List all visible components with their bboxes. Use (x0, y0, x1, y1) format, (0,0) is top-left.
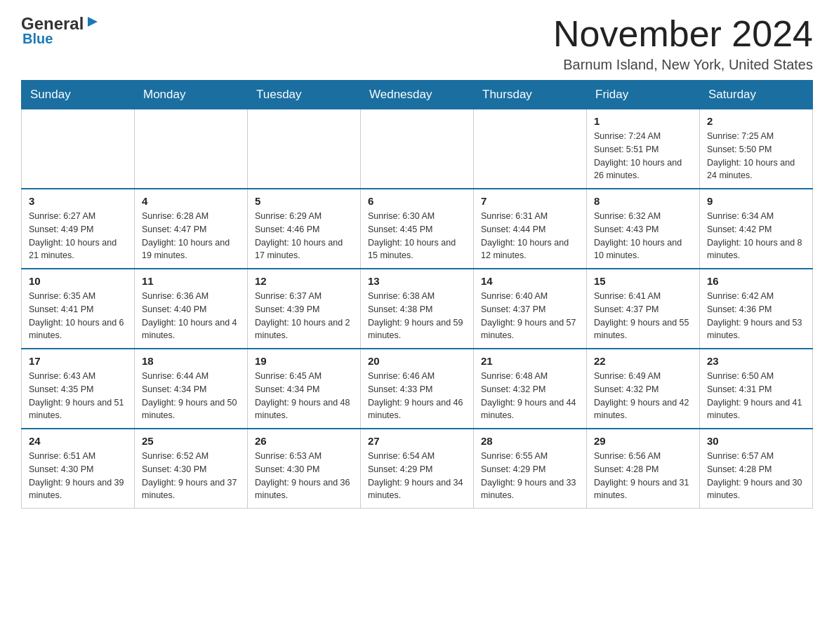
calendar-cell: 4Sunrise: 6:28 AMSunset: 4:47 PMDaylight… (135, 189, 248, 269)
day-info: Sunrise: 6:48 AMSunset: 4:32 PMDaylight:… (481, 370, 579, 422)
calendar-cell: 22Sunrise: 6:49 AMSunset: 4:32 PMDayligh… (587, 349, 700, 429)
day-number: 1 (594, 115, 692, 127)
day-info: Sunrise: 6:27 AMSunset: 4:49 PMDaylight:… (29, 210, 127, 262)
calendar-cell (474, 109, 587, 189)
day-info: Sunrise: 6:28 AMSunset: 4:47 PMDaylight:… (142, 210, 240, 262)
day-info: Sunrise: 6:56 AMSunset: 4:28 PMDaylight:… (594, 450, 692, 502)
calendar-week-row: 10Sunrise: 6:35 AMSunset: 4:41 PMDayligh… (22, 269, 813, 349)
day-number: 27 (368, 435, 466, 447)
day-info: Sunrise: 6:38 AMSunset: 4:38 PMDaylight:… (368, 290, 466, 342)
calendar-day-header: Monday (135, 81, 248, 109)
logo-blue: Blue (21, 31, 53, 47)
day-number: 4 (142, 195, 240, 207)
day-number: 28 (481, 435, 579, 447)
calendar-cell: 29Sunrise: 6:56 AMSunset: 4:28 PMDayligh… (587, 429, 700, 509)
calendar-cell: 14Sunrise: 6:40 AMSunset: 4:37 PMDayligh… (474, 269, 587, 349)
calendar-cell: 24Sunrise: 6:51 AMSunset: 4:30 PMDayligh… (22, 429, 135, 509)
calendar-cell: 6Sunrise: 6:30 AMSunset: 4:45 PMDaylight… (361, 189, 474, 269)
calendar-cell: 7Sunrise: 6:31 AMSunset: 4:44 PMDaylight… (474, 189, 587, 269)
location: Barnum Island, New York, United States (553, 57, 813, 73)
day-info: Sunrise: 6:32 AMSunset: 4:43 PMDaylight:… (594, 210, 692, 262)
day-number: 20 (368, 355, 466, 367)
calendar-cell: 21Sunrise: 6:48 AMSunset: 4:32 PMDayligh… (474, 349, 587, 429)
day-info: Sunrise: 6:50 AMSunset: 4:31 PMDaylight:… (707, 370, 805, 422)
calendar-cell: 25Sunrise: 6:52 AMSunset: 4:30 PMDayligh… (135, 429, 248, 509)
day-info: Sunrise: 6:35 AMSunset: 4:41 PMDaylight:… (29, 290, 127, 342)
calendar-cell: 12Sunrise: 6:37 AMSunset: 4:39 PMDayligh… (248, 269, 361, 349)
day-info: Sunrise: 6:43 AMSunset: 4:35 PMDaylight:… (29, 370, 127, 422)
logo: General Blue (21, 14, 100, 47)
calendar-cell: 10Sunrise: 6:35 AMSunset: 4:41 PMDayligh… (22, 269, 135, 349)
calendar-cell (248, 109, 361, 189)
calendar-cell (135, 109, 248, 189)
day-number: 5 (255, 195, 353, 207)
logo-triangle-icon (85, 14, 100, 29)
day-info: Sunrise: 7:25 AMSunset: 5:50 PMDaylight:… (707, 130, 805, 182)
calendar-day-header: Wednesday (361, 81, 474, 109)
calendar-day-header: Thursday (474, 81, 587, 109)
calendar-cell: 8Sunrise: 6:32 AMSunset: 4:43 PMDaylight… (587, 189, 700, 269)
day-number: 30 (707, 435, 805, 447)
day-info: Sunrise: 6:57 AMSunset: 4:28 PMDaylight:… (707, 450, 805, 502)
calendar-day-header: Tuesday (248, 81, 361, 109)
day-info: Sunrise: 6:40 AMSunset: 4:37 PMDaylight:… (481, 290, 579, 342)
calendar-cell: 2Sunrise: 7:25 AMSunset: 5:50 PMDaylight… (700, 109, 813, 189)
calendar-day-header: Sunday (22, 81, 135, 109)
day-number: 14 (481, 275, 579, 287)
calendar-week-row: 3Sunrise: 6:27 AMSunset: 4:49 PMDaylight… (22, 189, 813, 269)
calendar-day-header: Friday (587, 81, 700, 109)
title-block: November 2024 Barnum Island, New York, U… (553, 14, 813, 73)
day-number: 29 (594, 435, 692, 447)
day-info: Sunrise: 7:24 AMSunset: 5:51 PMDaylight:… (594, 130, 692, 182)
calendar-week-row: 1Sunrise: 7:24 AMSunset: 5:51 PMDaylight… (22, 109, 813, 189)
day-info: Sunrise: 6:53 AMSunset: 4:30 PMDaylight:… (255, 450, 353, 502)
month-title: November 2024 (553, 14, 813, 54)
calendar-cell: 13Sunrise: 6:38 AMSunset: 4:38 PMDayligh… (361, 269, 474, 349)
calendar-cell: 27Sunrise: 6:54 AMSunset: 4:29 PMDayligh… (361, 429, 474, 509)
day-info: Sunrise: 6:34 AMSunset: 4:42 PMDaylight:… (707, 210, 805, 262)
day-info: Sunrise: 6:46 AMSunset: 4:33 PMDaylight:… (368, 370, 466, 422)
calendar-header-row: SundayMondayTuesdayWednesdayThursdayFrid… (22, 81, 813, 109)
calendar-table: SundayMondayTuesdayWednesdayThursdayFrid… (21, 80, 813, 509)
calendar-week-row: 17Sunrise: 6:43 AMSunset: 4:35 PMDayligh… (22, 349, 813, 429)
day-info: Sunrise: 6:29 AMSunset: 4:46 PMDaylight:… (255, 210, 353, 262)
calendar-cell: 15Sunrise: 6:41 AMSunset: 4:37 PMDayligh… (587, 269, 700, 349)
calendar-cell (361, 109, 474, 189)
calendar-cell: 18Sunrise: 6:44 AMSunset: 4:34 PMDayligh… (135, 349, 248, 429)
calendar-cell: 16Sunrise: 6:42 AMSunset: 4:36 PMDayligh… (700, 269, 813, 349)
day-info: Sunrise: 6:55 AMSunset: 4:29 PMDaylight:… (481, 450, 579, 502)
calendar-cell: 23Sunrise: 6:50 AMSunset: 4:31 PMDayligh… (700, 349, 813, 429)
calendar-cell (22, 109, 135, 189)
calendar-day-header: Saturday (700, 81, 813, 109)
day-number: 11 (142, 275, 240, 287)
day-number: 17 (29, 355, 127, 367)
day-number: 15 (594, 275, 692, 287)
day-number: 19 (255, 355, 353, 367)
calendar-cell: 19Sunrise: 6:45 AMSunset: 4:34 PMDayligh… (248, 349, 361, 429)
day-info: Sunrise: 6:37 AMSunset: 4:39 PMDaylight:… (255, 290, 353, 342)
day-info: Sunrise: 6:41 AMSunset: 4:37 PMDaylight:… (594, 290, 692, 342)
calendar-week-row: 24Sunrise: 6:51 AMSunset: 4:30 PMDayligh… (22, 429, 813, 509)
day-number: 13 (368, 275, 466, 287)
day-number: 23 (707, 355, 805, 367)
calendar-cell: 3Sunrise: 6:27 AMSunset: 4:49 PMDaylight… (22, 189, 135, 269)
calendar-cell: 5Sunrise: 6:29 AMSunset: 4:46 PMDaylight… (248, 189, 361, 269)
day-number: 2 (707, 115, 805, 127)
day-number: 7 (481, 195, 579, 207)
day-info: Sunrise: 6:30 AMSunset: 4:45 PMDaylight:… (368, 210, 466, 262)
day-info: Sunrise: 6:36 AMSunset: 4:40 PMDaylight:… (142, 290, 240, 342)
day-number: 10 (29, 275, 127, 287)
svg-marker-0 (88, 17, 98, 27)
day-info: Sunrise: 6:31 AMSunset: 4:44 PMDaylight:… (481, 210, 579, 262)
day-number: 25 (142, 435, 240, 447)
day-number: 24 (29, 435, 127, 447)
day-info: Sunrise: 6:45 AMSunset: 4:34 PMDaylight:… (255, 370, 353, 422)
day-number: 22 (594, 355, 692, 367)
day-info: Sunrise: 6:42 AMSunset: 4:36 PMDaylight:… (707, 290, 805, 342)
day-number: 16 (707, 275, 805, 287)
calendar-cell: 28Sunrise: 6:55 AMSunset: 4:29 PMDayligh… (474, 429, 587, 509)
day-number: 21 (481, 355, 579, 367)
day-info: Sunrise: 6:54 AMSunset: 4:29 PMDaylight:… (368, 450, 466, 502)
calendar-cell: 1Sunrise: 7:24 AMSunset: 5:51 PMDaylight… (587, 109, 700, 189)
calendar-cell: 26Sunrise: 6:53 AMSunset: 4:30 PMDayligh… (248, 429, 361, 509)
